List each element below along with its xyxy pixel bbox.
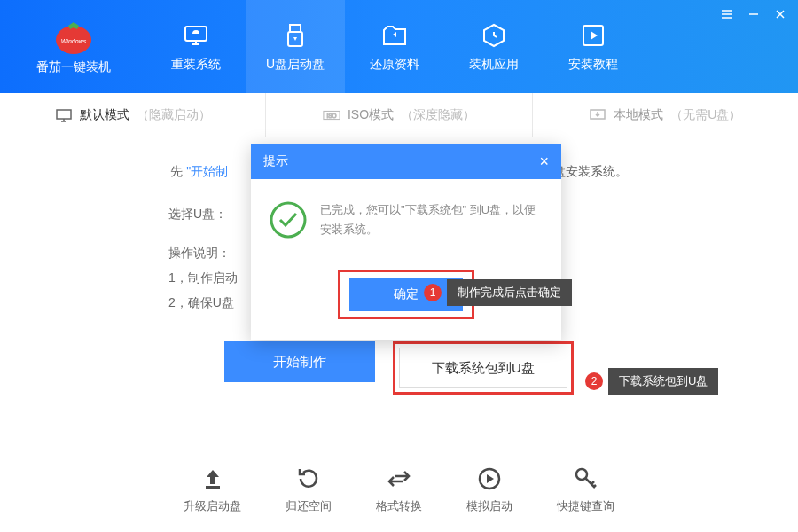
upload-icon: [200, 466, 225, 491]
instruction-step-1: 1，制作启动: [168, 265, 248, 290]
annotation-badge-2: 2: [585, 372, 603, 390]
nav-tutorial[interactable]: 安装教程: [544, 0, 643, 93]
instruction-step-2: 2，确保U盘: [168, 290, 248, 315]
annotation-1: 1 制作完成后点击确定: [424, 279, 572, 306]
nav-restore[interactable]: 还原资料: [345, 0, 444, 93]
svg-rect-3: [290, 25, 301, 32]
select-usb-label: 选择U盘：: [168, 207, 248, 223]
annotation-text-1: 制作完成后点击确定: [447, 279, 572, 306]
tomato-icon: Windows: [52, 19, 95, 54]
footer-tools: 升级启动盘 归还空间 格式转换 模拟启动 快捷键查询: [0, 466, 798, 514]
footer-simulate[interactable]: 模拟启动: [466, 466, 512, 514]
tab-local-mode[interactable]: 本地模式（无需U盘）: [533, 93, 798, 137]
footer-return-space[interactable]: 归还空间: [286, 466, 332, 514]
key-icon: [574, 466, 598, 491]
tab-default-mode[interactable]: 默认模式（隐藏启动）: [0, 93, 266, 137]
svg-rect-6: [57, 110, 71, 119]
instructions-label: 操作说明：: [168, 240, 248, 265]
nav-reinstall[interactable]: 重装系统: [146, 0, 246, 93]
footer-convert[interactable]: 格式转换: [376, 466, 422, 514]
play-icon: [579, 21, 607, 50]
confirm-dialog: 提示 × 已完成，您可以"下载系统包" 到U盘，以便安装系统。 确定: [251, 144, 561, 340]
annotation-badge-1: 1: [424, 284, 442, 301]
monitor-refresh-icon: [182, 21, 210, 50]
footer-hotkey[interactable]: 快捷键查询: [557, 466, 614, 514]
download-monitor-icon: [589, 108, 606, 122]
download-to-usb-button[interactable]: 下载系统包到U盘: [399, 348, 567, 388]
tab-iso-mode[interactable]: ISO ISO模式（深度隐藏）: [266, 93, 532, 137]
minimize-button[interactable]: [747, 7, 761, 21]
start-make-button[interactable]: 开始制作: [224, 341, 375, 382]
svg-text:ISO: ISO: [326, 112, 336, 118]
dialog-message: 已完成，您可以"下载系统包" 到U盘，以便安装系统。: [320, 200, 544, 239]
hexagon-icon: [480, 21, 508, 50]
swap-icon: [387, 466, 411, 491]
svg-rect-10: [206, 486, 220, 489]
close-button[interactable]: [773, 7, 787, 21]
highlight-box-2: 下载系统包到U盘: [393, 341, 574, 395]
svg-text:Windows: Windows: [60, 38, 86, 44]
app-name: 番茄一键装机: [36, 59, 111, 75]
iso-icon: ISO: [323, 108, 340, 122]
logo-area: Windows 番茄一键装机: [0, 0, 146, 93]
monitor-icon: [55, 108, 73, 122]
svg-point-13: [271, 203, 305, 237]
app-header: Windows 番茄一键装机 重装系统 U盘启动盘 还原资料 装机应用 安装教程: [0, 0, 798, 93]
dialog-title: 提示: [263, 153, 288, 169]
dialog-header: 提示 ×: [251, 144, 561, 179]
folder-back-icon: [380, 21, 409, 50]
mode-tabs: 默认模式（隐藏启动） ISO ISO模式（深度隐藏） 本地模式（无需U盘）: [0, 93, 798, 137]
window-controls: [720, 7, 787, 21]
dialog-body: 已完成，您可以"下载系统包" 到U盘，以便安装系统。: [251, 179, 561, 261]
rotate-icon: [296, 466, 321, 491]
success-check-icon: [269, 200, 308, 239]
usb-icon: [281, 21, 309, 50]
dialog-close-button[interactable]: ×: [539, 153, 549, 171]
nav-apps[interactable]: 装机应用: [444, 0, 544, 93]
annotation-text-2: 下载系统包到U盘: [608, 368, 718, 395]
play-circle-icon: [477, 466, 502, 491]
footer-upgrade[interactable]: 升级启动盘: [184, 466, 241, 514]
annotation-2: 2 下载系统包到U盘: [585, 368, 718, 395]
nav: 重装系统 U盘启动盘 还原资料 装机应用 安装教程: [146, 0, 643, 93]
action-bar: 开始制作 下载系统包到U盘: [168, 341, 630, 395]
menu-button[interactable]: [720, 7, 734, 21]
nav-usb-boot[interactable]: U盘启动盘: [246, 0, 345, 93]
